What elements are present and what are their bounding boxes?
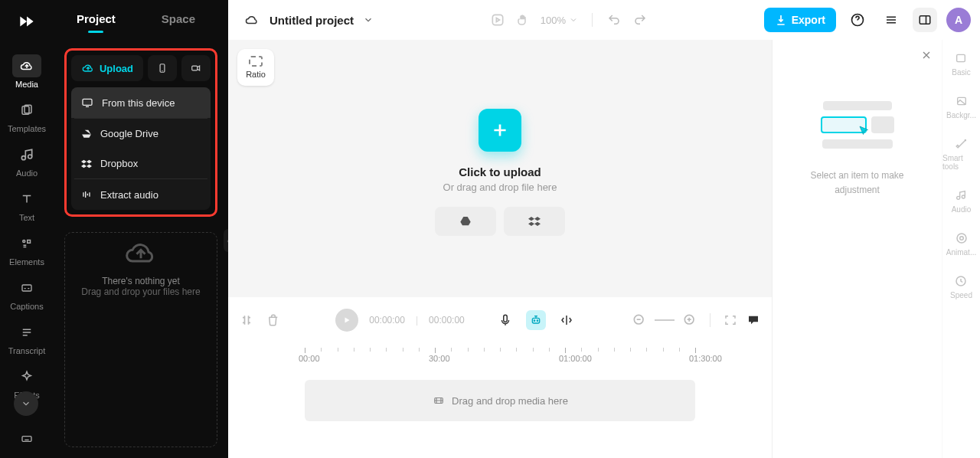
- timeline-dropzone[interactable]: Drag and drop media here: [305, 380, 695, 421]
- inspector-close-button[interactable]: [920, 49, 933, 61]
- trash-icon[interactable]: [266, 312, 280, 328]
- media-drop-area[interactable]: There's nothing yet Drag and drop your f…: [64, 232, 217, 447]
- zoom-slider[interactable]: [655, 319, 675, 321]
- rail-item-audio[interactable]: Audio: [0, 138, 54, 182]
- keyboard-icon: [18, 433, 35, 445]
- timeline-ruler[interactable]: 00:0030:0001:00:0001:30:00: [228, 343, 772, 366]
- menu-google-drive[interactable]: Google Drive: [71, 119, 211, 149]
- help-button[interactable]: [845, 8, 870, 32]
- right-rail-speed[interactable]: Speed: [950, 273, 972, 299]
- circle-icon: [955, 231, 969, 245]
- ratio-chip[interactable]: Ratio: [237, 49, 274, 86]
- svg-rect-6: [22, 285, 31, 291]
- stage-google-drive-button[interactable]: [435, 207, 496, 236]
- svg-rect-13: [920, 16, 930, 25]
- app-logo: [11, 8, 42, 35]
- stack-icon: [884, 13, 899, 27]
- empty-line1: There's nothing yet: [102, 276, 180, 286]
- play-button[interactable]: [335, 309, 358, 332]
- zoom-control[interactable]: 100%: [541, 15, 578, 26]
- right-rail-animation[interactable]: Animat...: [946, 231, 976, 257]
- main-area: Untitled project 100% Export A Ratio: [228, 0, 980, 458]
- tab-project[interactable]: Project: [77, 12, 116, 25]
- upload-button[interactable]: Upload: [71, 55, 143, 81]
- preview-controls: 100%: [490, 12, 648, 28]
- menu-from-device[interactable]: From this device: [71, 87, 211, 118]
- chevron-down-icon: [363, 15, 374, 25]
- dropbox-icon: [80, 159, 93, 169]
- project-name-dropdown[interactable]: [363, 15, 374, 25]
- cloud-large-icon: [121, 236, 161, 270]
- cloud-icon: [18, 59, 35, 73]
- undo-icon[interactable]: [606, 13, 622, 27]
- time-current: 00:00:00: [369, 315, 405, 326]
- chevron-down-icon: [21, 398, 31, 409]
- rail-item-captions[interactable]: Captions: [0, 271, 54, 316]
- menu-dropbox[interactable]: Dropbox: [71, 149, 211, 178]
- plus-icon: [490, 120, 510, 140]
- right-rail-audio[interactable]: Audio: [952, 188, 972, 214]
- svg-rect-11: [492, 15, 502, 25]
- svg-point-17: [537, 320, 537, 321]
- inspector-placeholder: [821, 101, 894, 149]
- sparkle-icon: [20, 370, 34, 384]
- tab-space[interactable]: Space: [162, 12, 195, 25]
- upload-big-button[interactable]: [479, 109, 521, 152]
- rail-bottom-button[interactable]: [11, 427, 42, 450]
- rail-item-templates[interactable]: Templates: [0, 93, 54, 138]
- panel-tabs: Project Space: [54, 0, 228, 34]
- right-rail-background[interactable]: Backgr...: [946, 93, 976, 119]
- speed-icon: [954, 274, 968, 288]
- zoom-out-icon[interactable]: [632, 312, 647, 328]
- avatar[interactable]: A: [946, 8, 971, 32]
- svg-rect-7: [22, 437, 31, 442]
- monitor-icon: [80, 97, 94, 109]
- rail-item-transcript[interactable]: Transcript: [0, 316, 54, 360]
- svg-point-16: [534, 320, 534, 321]
- redo-icon[interactable]: [632, 13, 648, 27]
- right-rail-smart-tools[interactable]: Smart tools: [942, 136, 980, 171]
- upload-subtitle: Or drag and drop file here: [443, 182, 557, 193]
- zoom-in-icon[interactable]: [682, 312, 697, 328]
- upload-source-menu: From this device Google Drive Dropbox Ex…: [71, 87, 211, 210]
- empty-line2: Drag and drop your files here: [81, 286, 200, 297]
- stage-dropbox-button[interactable]: [504, 207, 565, 236]
- film-icon: [432, 395, 446, 406]
- menu-extract-audio[interactable]: Extract audio: [71, 179, 211, 210]
- marker-button[interactable]: [557, 310, 577, 330]
- svg-rect-21: [957, 54, 965, 61]
- right-rail-basic[interactable]: Basic: [952, 51, 970, 77]
- svg-rect-14: [504, 315, 508, 322]
- ai-button[interactable]: [526, 310, 546, 330]
- left-rail: Media Templates Audio Text Elements Capt…: [0, 0, 54, 458]
- rail-more-button[interactable]: [14, 391, 38, 416]
- hand-icon[interactable]: [516, 13, 530, 27]
- robot-icon: [529, 314, 543, 326]
- rail-item-media[interactable]: Media: [0, 49, 54, 93]
- inspector-panel: Select an item to make adjustment: [772, 40, 942, 458]
- rail-item-elements[interactable]: Elements: [0, 227, 54, 271]
- play-outline-icon[interactable]: [490, 12, 505, 28]
- camera-icon: [189, 63, 203, 74]
- upload-record-button[interactable]: [181, 55, 211, 81]
- layers-button[interactable]: [879, 8, 903, 32]
- mic-button[interactable]: [495, 310, 515, 330]
- close-icon: [920, 49, 933, 61]
- help-icon: [850, 12, 865, 28]
- cloud-upload-icon: [81, 62, 95, 74]
- export-button[interactable]: Export: [764, 8, 836, 32]
- google-drive-icon: [459, 215, 472, 227]
- upload-menu-highlight: Upload From this device Google Drive Dro…: [64, 48, 217, 217]
- upload-phone-button[interactable]: [148, 55, 177, 81]
- rail-item-text[interactable]: Text: [0, 182, 54, 227]
- panels-button[interactable]: [913, 8, 937, 32]
- svg-rect-10: [83, 99, 92, 105]
- chevron-down-icon: [569, 15, 578, 25]
- right-rail: Basic Backgr... Smart tools Audio Animat…: [942, 40, 980, 458]
- feedback-icon[interactable]: [746, 313, 761, 327]
- split-icon[interactable]: [239, 312, 254, 328]
- phone-icon: [157, 61, 168, 75]
- fit-icon[interactable]: [723, 313, 738, 327]
- project-name[interactable]: Untitled project: [270, 14, 354, 27]
- ratio-icon: [249, 56, 263, 67]
